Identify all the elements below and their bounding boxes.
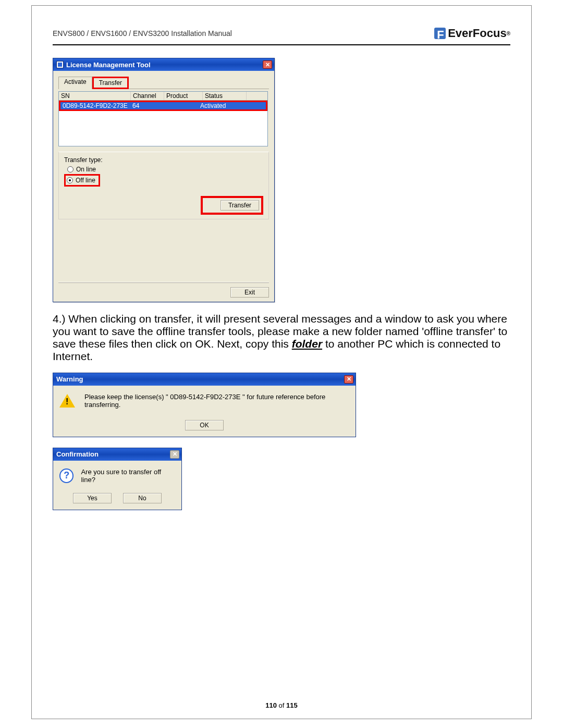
exit-button[interactable]: Exit <box>230 287 269 298</box>
license-tool-window: License Management Tool ✕ Activate Trans… <box>53 58 275 302</box>
tab-strip: Activate Transfer <box>58 76 269 89</box>
transfer-button[interactable]: Transfer <box>221 200 259 211</box>
page-of: of <box>279 701 285 709</box>
row-product <box>162 102 198 109</box>
radio-offline-label: Off line <box>76 177 95 184</box>
no-button[interactable]: No <box>123 493 162 503</box>
separator <box>58 282 269 283</box>
yes-button[interactable]: Yes <box>73 493 112 503</box>
warning-titlebar[interactable]: Warning ✕ <box>53 373 356 386</box>
page-number: 110 <box>265 701 277 709</box>
instr-folder: folder <box>292 338 322 350</box>
warning-title: Warning <box>56 375 83 383</box>
tab-transfer[interactable]: Transfer <box>92 77 129 89</box>
question-icon: ? <box>59 468 74 483</box>
close-icon[interactable]: ✕ <box>170 450 179 459</box>
license-list[interactable]: SN Channel Product Status 0D89-5142-F9D2… <box>58 91 268 146</box>
app-icon <box>56 61 64 68</box>
document-page: ENVS800 / ENVS1600 / ENVS3200 Installati… <box>31 5 532 719</box>
manual-title: ENVS800 / ENVS1600 / ENVS3200 Installati… <box>53 29 232 38</box>
close-icon[interactable]: ✕ <box>263 60 272 69</box>
list-header: SN Channel Product Status <box>59 92 267 101</box>
instruction-paragraph: 4.) When clicking on transfer, it will p… <box>53 313 510 363</box>
col-product[interactable]: Product <box>164 92 203 100</box>
page-header: ENVS800 / ENVS1600 / ENVS3200 Installati… <box>53 27 510 43</box>
brand-logo: EverFocus ® <box>434 27 510 40</box>
row-channel: 64 <box>130 102 162 109</box>
confirmation-dialog: Confirmation ✕ ? Are you sure to transfe… <box>53 448 182 510</box>
warning-dialog: Warning ✕ Please keep the license(s) " 0… <box>53 373 356 437</box>
transfer-type-label: Transfer type: <box>64 156 263 164</box>
close-icon[interactable]: ✕ <box>344 375 353 384</box>
transfer-highlight: Transfer <box>201 196 263 215</box>
list-row[interactable]: 0D89-5142-F9D2-273E 64 Activated <box>59 101 267 111</box>
page-footer: 110 of 115 <box>32 701 531 709</box>
ok-button[interactable]: OK <box>185 420 224 430</box>
col-sn[interactable]: SN <box>59 92 131 100</box>
everfocus-icon <box>434 28 446 39</box>
radio-online[interactable]: On line <box>67 166 263 173</box>
radio-online-label: On line <box>76 166 96 173</box>
radio-offline[interactable]: Off line <box>64 174 100 187</box>
confirmation-message: Are you sure to transfer off line? <box>81 468 175 484</box>
row-status: Activated <box>198 102 240 109</box>
window-title: License Management Tool <box>66 61 151 69</box>
header-divider <box>53 44 510 45</box>
brand-name: EverFocus <box>448 27 507 40</box>
tab-activate[interactable]: Activate <box>58 77 92 89</box>
page-total: 115 <box>286 701 298 709</box>
radio-icon <box>67 177 73 183</box>
warning-icon <box>59 394 75 408</box>
lmt-titlebar[interactable]: License Management Tool ✕ <box>53 58 274 71</box>
row-sn: 0D89-5142-F9D2-273E <box>60 102 130 109</box>
col-channel[interactable]: Channel <box>131 92 164 100</box>
radio-icon <box>67 166 74 172</box>
warning-message: Please keep the license(s) " 0D89-5142-F… <box>84 393 349 409</box>
transfer-type-group: Transfer type: On line Off line Transfer <box>58 152 269 219</box>
col-status[interactable]: Status <box>203 92 247 100</box>
confirmation-title: Confirmation <box>56 450 99 458</box>
confirmation-titlebar[interactable]: Confirmation ✕ <box>53 448 181 461</box>
